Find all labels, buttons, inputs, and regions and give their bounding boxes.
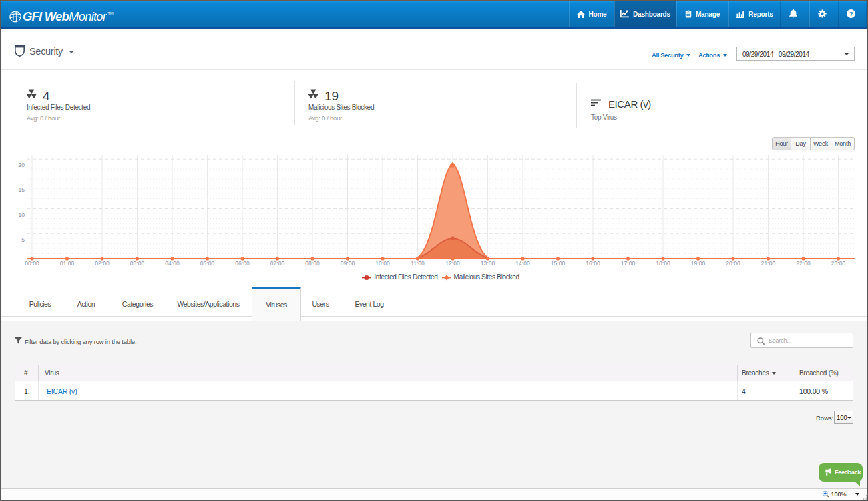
svg-text:21:00: 21:00 xyxy=(761,260,776,267)
svg-text:20: 20 xyxy=(19,162,25,168)
svg-text:06:00: 06:00 xyxy=(235,260,250,267)
svg-text:15: 15 xyxy=(19,186,25,193)
svg-text:14:00: 14:00 xyxy=(515,260,530,267)
svg-text:07:00: 07:00 xyxy=(270,260,285,267)
svg-text:23:00: 23:00 xyxy=(831,260,846,267)
svg-text:5: 5 xyxy=(21,236,25,243)
svg-text:22:00: 22:00 xyxy=(796,260,811,267)
svg-text:15:00: 15:00 xyxy=(551,260,566,267)
svg-text:?: ? xyxy=(849,11,853,17)
svg-text:09:00: 09:00 xyxy=(341,260,355,267)
svg-text:00:00: 00:00 xyxy=(25,260,39,267)
svg-text:16:00: 16:00 xyxy=(586,260,600,267)
svg-text:08:00: 08:00 xyxy=(305,260,320,267)
svg-text:02:00: 02:00 xyxy=(95,260,110,267)
svg-text:17:00: 17:00 xyxy=(621,260,636,267)
svg-text:18:00: 18:00 xyxy=(656,260,670,267)
svg-text:20:00: 20:00 xyxy=(726,260,740,267)
svg-text:04:00: 04:00 xyxy=(165,260,180,267)
svg-text:12:00: 12:00 xyxy=(445,260,460,267)
svg-text:10: 10 xyxy=(19,212,25,218)
svg-text:05:00: 05:00 xyxy=(200,260,215,267)
svg-text:11:00: 11:00 xyxy=(411,260,425,267)
svg-text:19:00: 19:00 xyxy=(691,260,706,267)
svg-text:10:00: 10:00 xyxy=(375,260,390,267)
svg-text:03:00: 03:00 xyxy=(130,260,145,267)
svg-text:01:00: 01:00 xyxy=(60,260,75,267)
svg-text:13:00: 13:00 xyxy=(481,260,495,267)
